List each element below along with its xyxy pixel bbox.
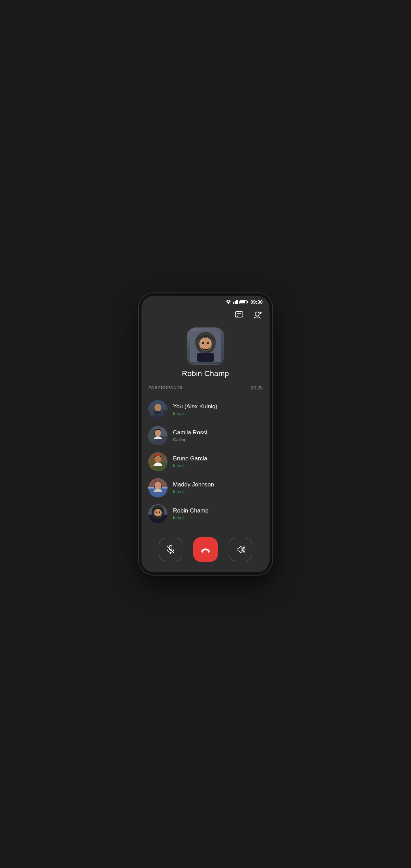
participant-status: In call <box>173 411 217 416</box>
caller-name: Robin Champ <box>182 369 229 378</box>
svg-rect-33 <box>156 454 160 456</box>
svg-point-44 <box>158 513 159 514</box>
participants-section: PARTICIPANTS 20:25 <box>141 385 270 530</box>
svg-point-12 <box>199 337 212 351</box>
participant-avatar-camila <box>148 426 167 445</box>
svg-rect-19 <box>150 407 155 415</box>
avatar-maddy-image <box>148 478 167 497</box>
svg-point-42 <box>155 511 157 513</box>
mute-button[interactable] <box>159 538 182 561</box>
wifi-icon <box>226 300 231 304</box>
svg-point-41 <box>154 509 162 517</box>
participants-header: PARTICIPANTS 20:25 <box>148 385 263 390</box>
participant-list: You (Alex Kulnig) In call <box>148 397 263 527</box>
phone-frame: 09:30 <box>139 293 272 575</box>
svg-point-0 <box>228 303 229 304</box>
participant-info-camila: Camila Rossi Calling <box>173 429 207 442</box>
list-item: Bruno Garcia In call <box>148 449 263 475</box>
participant-info-alex: You (Alex Kulnig) In call <box>173 403 217 416</box>
participant-status: In call <box>173 463 207 468</box>
participant-status: Calling <box>173 437 207 442</box>
participant-info-bruno: Bruno Garcia In call <box>173 455 207 468</box>
list-item: Robin Champ In call <box>148 501 263 527</box>
list-item: Maddy Johnson In call <box>148 475 263 501</box>
svg-rect-16 <box>197 353 214 362</box>
participant-status: In call <box>173 489 214 494</box>
participant-avatar-alex <box>148 400 167 419</box>
add-contact-icon <box>252 310 263 320</box>
svg-point-21 <box>154 404 161 411</box>
avatar-bruno-image <box>148 452 167 471</box>
participants-label: PARTICIPANTS <box>148 385 183 390</box>
time-display: 09:30 <box>250 299 263 305</box>
avatar-camila-image <box>148 426 167 445</box>
speaker-button[interactable] <box>229 538 252 561</box>
end-call-icon <box>200 544 211 555</box>
svg-rect-24 <box>149 430 156 442</box>
svg-point-15 <box>205 345 206 346</box>
call-controls <box>141 530 270 572</box>
participant-name: Bruno Garcia <box>173 455 207 462</box>
participant-info-maddy: Maddy Johnson In call <box>173 481 214 494</box>
participant-avatar-bruno <box>148 452 167 471</box>
signal-icon <box>233 300 238 304</box>
participant-name: Maddy Johnson <box>173 481 214 488</box>
list-item: Camila Rossi Calling <box>148 423 263 449</box>
call-header <box>141 307 270 324</box>
end-call-button[interactable] <box>193 537 218 562</box>
caller-section: Robin Champ <box>141 324 270 385</box>
participant-avatar-robin <box>148 504 167 523</box>
caller-avatar <box>187 327 224 365</box>
mute-icon <box>165 544 176 555</box>
svg-rect-45 <box>153 519 162 523</box>
participant-avatar-maddy <box>148 478 167 497</box>
participant-name: You (Alex Kulnig) <box>173 403 217 410</box>
svg-point-13 <box>202 342 204 344</box>
avatar-alex-image <box>148 400 167 419</box>
status-bar: 09:30 <box>141 296 270 307</box>
participant-name: Robin Champ <box>173 507 209 514</box>
speaker-icon <box>235 544 246 555</box>
svg-point-7 <box>255 312 259 316</box>
add-contact-button[interactable] <box>251 308 264 321</box>
svg-point-43 <box>159 511 160 513</box>
svg-point-14 <box>207 342 209 344</box>
participant-info-robin: Robin Champ In call <box>173 507 209 520</box>
chat-icon <box>234 310 244 320</box>
call-duration: 20:25 <box>251 385 263 390</box>
status-icons <box>226 300 247 304</box>
svg-point-25 <box>155 430 161 436</box>
screen: 09:30 <box>141 296 270 572</box>
caller-avatar-image <box>190 331 221 362</box>
participant-status: In call <box>173 515 209 520</box>
svg-marker-3 <box>236 300 238 304</box>
chat-button[interactable] <box>233 308 246 321</box>
svg-point-37 <box>154 481 161 489</box>
list-item: You (Alex Kulnig) In call <box>148 397 263 423</box>
avatar-robin-image <box>148 504 167 523</box>
svg-rect-31 <box>150 457 153 468</box>
svg-marker-2 <box>235 301 236 304</box>
svg-marker-1 <box>233 302 234 304</box>
participant-name: Camila Rossi <box>173 429 207 436</box>
battery-icon <box>239 300 247 304</box>
